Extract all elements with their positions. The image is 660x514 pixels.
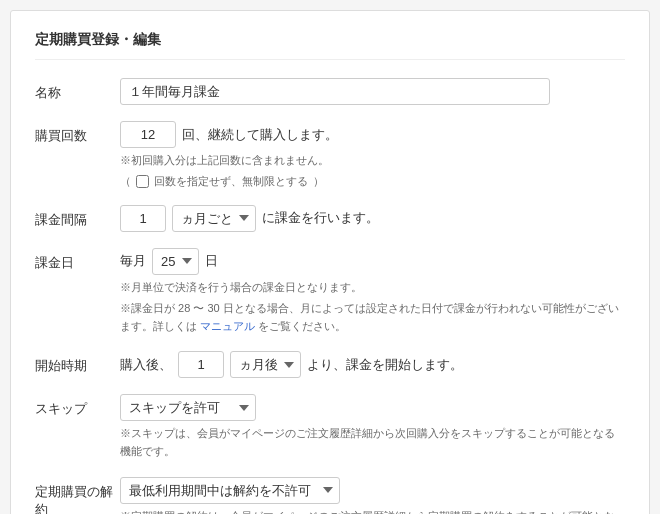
bracket-close: ） bbox=[313, 174, 324, 189]
name-row: 名称 bbox=[35, 78, 625, 105]
start-timing-row: 開始時期 購入後、 ヵ月後 週後 日後 より、課金を開始します。 bbox=[35, 351, 625, 378]
billing-interval-label: 課金間隔 bbox=[35, 205, 120, 229]
skip-content: スキップを許可 スキップを不許可 ※スキップは、会員がマイページのご注文履歴詳細… bbox=[120, 394, 625, 460]
skip-label: スキップ bbox=[35, 394, 120, 418]
cancellation-inline: 最低利用期間中は解約を不許可 いつでも解約を許可 bbox=[120, 477, 625, 504]
skip-row: スキップ スキップを許可 スキップを不許可 ※スキップは、会員がマイページのご注… bbox=[35, 394, 625, 460]
start-timing-unit-select[interactable]: ヵ月後 週後 日後 bbox=[230, 351, 301, 378]
billing-interval-inline: ヵ月ごと 週ごと 日ごと に課金を行います。 bbox=[120, 205, 625, 232]
skip-note: ※スキップは、会員がマイページのご注文履歴詳細から次回購入分をスキップすることが… bbox=[120, 425, 625, 460]
billing-day-content: 毎月 12345 678910 1112131415 1617181920 21… bbox=[120, 248, 625, 336]
purchase-count-input[interactable] bbox=[120, 121, 176, 148]
billing-day-note2: ※課金日が 28 〜 30 日となる場合、月によっては設定された日付で課金が行わ… bbox=[120, 300, 625, 335]
billing-day-label: 課金日 bbox=[35, 248, 120, 272]
unlimited-label: 回数を指定せず、無制限とする bbox=[154, 174, 308, 189]
billing-interval-content: ヵ月ごと 週ごと 日ごと に課金を行います。 bbox=[120, 205, 625, 232]
billing-interval-suffix: に課金を行います。 bbox=[262, 209, 379, 227]
bracket-open: （ bbox=[120, 174, 131, 189]
purchase-count-row: 購買回数 回、継続して購入します。 ※初回購入分は上記回数に含まれません。 （ … bbox=[35, 121, 625, 189]
cancellation-note: ※定期購買の解約は、会員がマイページのご注文履歴詳細から定期購買の解約をすること… bbox=[120, 508, 625, 514]
billing-day-row: 課金日 毎月 12345 678910 1112131415 161718192… bbox=[35, 248, 625, 336]
purchase-count-inline: 回、継続して購入します。 bbox=[120, 121, 625, 148]
billing-interval-row: 課金間隔 ヵ月ごと 週ごと 日ごと に課金を行います。 bbox=[35, 205, 625, 232]
name-content bbox=[120, 78, 625, 105]
name-input[interactable] bbox=[120, 78, 550, 105]
name-label: 名称 bbox=[35, 78, 120, 102]
cancellation-select[interactable]: 最低利用期間中は解約を不許可 いつでも解約を許可 bbox=[120, 477, 340, 504]
cancellation-content: 最低利用期間中は解約を不許可 いつでも解約を許可 ※定期購買の解約は、会員がマイ… bbox=[120, 477, 625, 514]
start-timing-label: 開始時期 bbox=[35, 351, 120, 375]
skip-inline: スキップを許可 スキップを不許可 bbox=[120, 394, 625, 421]
billing-day-select[interactable]: 12345 678910 1112131415 1617181920 21222… bbox=[152, 248, 199, 275]
cancellation-row: 定期購買の解約 最低利用期間中は解約を不許可 いつでも解約を許可 ※定期購買の解… bbox=[35, 477, 625, 514]
form-card: 定期購買登録・編集 名称 購買回数 回、継続して購入します。 ※初回購入分は上記… bbox=[10, 10, 650, 514]
page-title: 定期購買登録・編集 bbox=[35, 31, 625, 60]
billing-interval-unit-select[interactable]: ヵ月ごと 週ごと 日ごと bbox=[172, 205, 256, 232]
purchase-count-note1: ※初回購入分は上記回数に含まれません。 bbox=[120, 152, 625, 170]
unlimited-checkbox-row: （ 回数を指定せず、無制限とする ） bbox=[120, 174, 625, 189]
start-timing-inline: 購入後、 ヵ月後 週後 日後 より、課金を開始します。 bbox=[120, 351, 625, 378]
billing-day-prefix: 毎月 bbox=[120, 252, 146, 270]
billing-day-inline: 毎月 12345 678910 1112131415 1617181920 21… bbox=[120, 248, 625, 275]
start-timing-content: 購入後、 ヵ月後 週後 日後 より、課金を開始します。 bbox=[120, 351, 625, 378]
start-timing-prefix: 購入後、 bbox=[120, 356, 172, 374]
unlimited-checkbox[interactable] bbox=[136, 175, 149, 188]
billing-day-note1: ※月単位で決済を行う場合の課金日となります。 bbox=[120, 279, 625, 297]
start-timing-input[interactable] bbox=[178, 351, 224, 378]
skip-select[interactable]: スキップを許可 スキップを不許可 bbox=[120, 394, 256, 421]
name-inline bbox=[120, 78, 625, 105]
purchase-count-label: 購買回数 bbox=[35, 121, 120, 145]
purchase-count-content: 回、継続して購入します。 ※初回購入分は上記回数に含まれません。 （ 回数を指定… bbox=[120, 121, 625, 189]
cancellation-label: 定期購買の解約 bbox=[35, 477, 120, 514]
start-timing-suffix: より、課金を開始します。 bbox=[307, 356, 463, 374]
billing-day-suffix: 日 bbox=[205, 252, 218, 270]
purchase-count-suffix: 回、継続して購入します。 bbox=[182, 126, 338, 144]
billing-day-manual-link[interactable]: マニュアル bbox=[200, 320, 255, 332]
billing-interval-input[interactable] bbox=[120, 205, 166, 232]
